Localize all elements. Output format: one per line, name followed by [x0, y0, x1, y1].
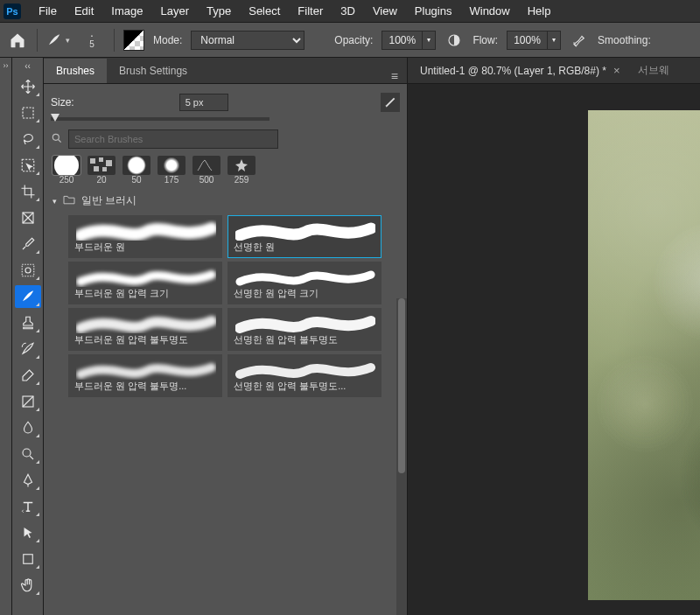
menu-layer[interactable]: Layer: [152, 4, 199, 17]
tab-brushes[interactable]: Brushes: [44, 59, 107, 83]
divider: [37, 29, 38, 52]
brush-preset-item[interactable]: 선명한 원 압력 크기: [228, 262, 382, 304]
brush-preset-item[interactable]: 선명한 원 압력 불투명도: [228, 308, 382, 351]
eraser-tool[interactable]: [15, 364, 41, 387]
search-icon: [51, 132, 63, 147]
document-tab[interactable]: 서브웨: [629, 58, 678, 83]
brush-blend-swatch-icon[interactable]: [123, 30, 144, 51]
toolbar: ‹‹: [12, 58, 44, 615]
document-title: Untitled-1 @ 80.7% (Layer 1, RGB/8#) *: [420, 65, 606, 77]
document-tab-bar: Untitled-1 @ 80.7% (Layer 1, RGB/8#) * ×…: [408, 58, 700, 84]
size-label: Size:: [51, 96, 74, 108]
airbrush-icon[interactable]: [570, 31, 589, 50]
blur-tool[interactable]: [15, 416, 41, 439]
eyedropper-tool[interactable]: [15, 233, 41, 255]
panel-menu-icon[interactable]: ≡: [382, 69, 407, 83]
lasso-tool[interactable]: [15, 128, 41, 150]
brush-size-readout[interactable]: · 5: [79, 31, 105, 49]
flip-brush-icon[interactable]: [381, 93, 400, 112]
brush-preset-item[interactable]: 부드러운 원 압력 불투명도: [68, 308, 222, 351]
recent-brushes: 250 20 50 175 500 259: [51, 156, 400, 185]
menu-edit[interactable]: Edit: [66, 4, 102, 17]
menu-3d[interactable]: 3D: [332, 4, 364, 17]
svg-rect-10: [23, 555, 32, 564]
opacity-dropdown[interactable]: ▾: [422, 31, 436, 50]
brush-preset-item[interactable]: 선명한 원: [228, 215, 382, 258]
dodge-tool[interactable]: [15, 443, 41, 465]
object-select-tool[interactable]: [15, 154, 41, 177]
healing-tool[interactable]: [15, 259, 41, 282]
menu-window[interactable]: Window: [460, 4, 518, 17]
brush-folder[interactable]: ▾ 일반 브러시: [51, 193, 400, 208]
chevron-down-icon: ▾: [66, 36, 70, 45]
flow-dropdown[interactable]: ▾: [547, 31, 561, 50]
shape-tool[interactable]: [15, 548, 41, 570]
menu-help[interactable]: Help: [519, 4, 560, 17]
pressure-opacity-icon[interactable]: [444, 31, 464, 50]
svg-rect-6: [22, 264, 34, 276]
svg-point-9: [23, 449, 31, 457]
path-select-tool[interactable]: [15, 521, 41, 544]
tool-preset-picker[interactable]: ▾: [46, 32, 70, 48]
flow-value[interactable]: 100%: [507, 31, 547, 50]
menu-image[interactable]: Image: [102, 4, 151, 17]
home-icon[interactable]: [7, 30, 28, 51]
marquee-tool[interactable]: [15, 101, 41, 124]
menu-view[interactable]: View: [364, 4, 406, 17]
type-tool[interactable]: [15, 495, 41, 518]
recent-brush[interactable]: 50: [121, 156, 152, 185]
folder-icon: [62, 194, 76, 207]
disclosure-triangle-icon: ▾: [52, 197, 57, 206]
svg-rect-13: [99, 157, 103, 162]
svg-rect-15: [94, 166, 99, 171]
brush-size-slider[interactable]: [51, 117, 270, 121]
menu-filter[interactable]: Filter: [289, 4, 332, 17]
brush-preset-item[interactable]: 부드러운 원: [68, 215, 222, 258]
options-bar: ▾ · 5 Mode: Normal Opacity: 100% ▾ Flow:…: [0, 23, 700, 58]
mode-label: Mode:: [153, 34, 182, 46]
frame-tool[interactable]: [15, 206, 41, 229]
recent-brush[interactable]: 250: [51, 156, 82, 185]
stamp-tool[interactable]: [15, 311, 41, 334]
brush-preset-item[interactable]: 부드러운 원 압력 크기: [68, 262, 222, 304]
brush-size-input[interactable]: 5 px: [179, 94, 228, 111]
svg-point-1: [575, 44, 577, 45]
svg-point-11: [52, 134, 59, 140]
search-brushes-input[interactable]: [68, 129, 278, 149]
menu-plugins[interactable]: Plugins: [406, 4, 461, 17]
panel-tab-bar: Brushes Brush Settings ≡: [44, 58, 407, 84]
app-logo-icon: Ps: [4, 3, 21, 19]
recent-brush[interactable]: 500: [191, 156, 222, 185]
canvas-image: [588, 110, 700, 600]
divider: [114, 29, 115, 52]
pen-tool[interactable]: [15, 469, 41, 492]
svg-rect-3: [23, 108, 33, 118]
flow-label: Flow:: [472, 34, 498, 46]
document-tab[interactable]: Untitled-1 @ 80.7% (Layer 1, RGB/8#) * ×: [411, 58, 629, 83]
hand-tool[interactable]: [15, 574, 41, 597]
menu-bar: Ps File Edit Image Layer Type Select Fil…: [0, 0, 700, 23]
recent-brush[interactable]: 259: [226, 156, 257, 185]
brush-preset-item[interactable]: 선명한 원 압력 불투명도...: [228, 354, 382, 397]
tab-brush-settings[interactable]: Brush Settings: [107, 59, 200, 83]
brush-tool[interactable]: [15, 285, 41, 308]
brush-preset-item[interactable]: 부드러운 원 압력 불투명...: [68, 354, 222, 397]
history-brush-tool[interactable]: [15, 338, 41, 360]
recent-brush[interactable]: 20: [86, 156, 117, 185]
menu-select[interactable]: Select: [240, 4, 289, 17]
svg-point-2: [573, 42, 575, 44]
opacity-value[interactable]: 100%: [382, 31, 422, 50]
panel-collapse-strip[interactable]: ››: [0, 58, 12, 615]
svg-rect-16: [102, 167, 107, 171]
menu-type[interactable]: Type: [198, 4, 240, 17]
menu-file[interactable]: File: [30, 4, 66, 17]
blend-mode-select[interactable]: Normal: [191, 31, 304, 50]
close-icon[interactable]: ×: [613, 64, 620, 77]
move-tool[interactable]: [15, 75, 41, 98]
toolbar-collapse-icon[interactable]: ‹‹: [24, 61, 31, 73]
canvas-viewport[interactable]: [408, 84, 700, 615]
gradient-tool[interactable]: [15, 390, 41, 413]
recent-brush[interactable]: 175: [156, 156, 187, 185]
panel-scrollbar[interactable]: [396, 298, 407, 615]
crop-tool[interactable]: [15, 180, 41, 203]
